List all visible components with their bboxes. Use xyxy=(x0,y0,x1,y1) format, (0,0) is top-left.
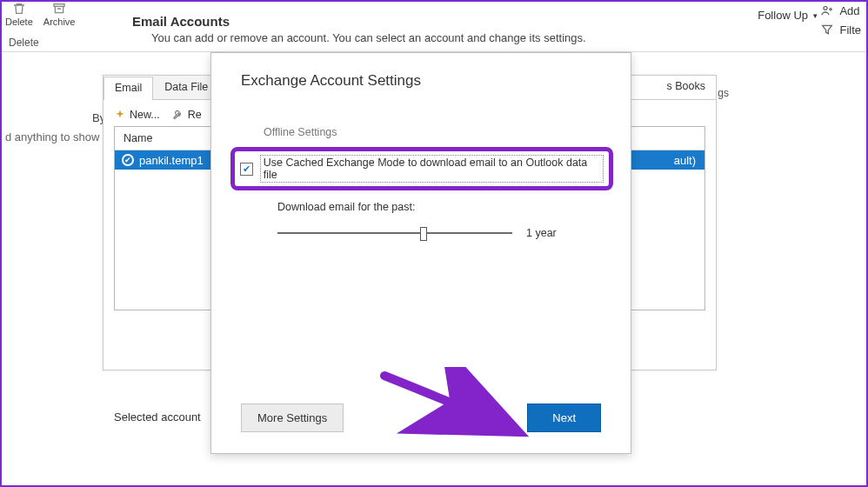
download-past-label: Download email for the past: xyxy=(211,190,631,213)
default-check-icon: ✔ xyxy=(122,154,134,166)
slider-track xyxy=(277,232,512,234)
account-row-right: ault) xyxy=(665,154,704,167)
tags-section-label: gs xyxy=(718,87,729,99)
nothing-to-show-label: d anything to show xyxy=(2,130,99,143)
follow-up-label: Follow Up xyxy=(758,9,808,22)
filter-label: Filte xyxy=(839,23,861,37)
more-settings-button[interactable]: More Settings xyxy=(241,404,344,432)
delete-button[interactable]: Delete xyxy=(5,2,33,27)
svg-point-1 xyxy=(824,6,827,10)
exchange-settings-modal: Exchange Account Settings Offline Settin… xyxy=(210,52,631,454)
page-title: Email Accounts xyxy=(132,14,230,29)
user-add-icon xyxy=(820,3,834,17)
tab-data-files[interactable]: Data File xyxy=(153,76,219,99)
toolbar-repair[interactable]: Re xyxy=(172,109,202,121)
toolbar-new[interactable]: New... xyxy=(114,109,160,121)
chevron-down-icon: ▾ xyxy=(813,11,818,20)
filter-icon xyxy=(820,23,834,37)
ribbon-section-delete: Delete xyxy=(9,37,39,49)
add-button[interactable]: Add xyxy=(820,3,861,17)
archive-button[interactable]: Archive xyxy=(43,2,76,27)
tab-address-books[interactable]: s Books xyxy=(657,76,716,99)
selected-account-label: Selected account xyxy=(114,410,201,424)
ribbon-left-group: Delete Archive xyxy=(5,2,75,27)
ribbon-right-group: Add Follow Up ▾ Filte xyxy=(820,3,861,42)
modal-title: Exchange Account Settings xyxy=(211,53,631,90)
archive-label: Archive xyxy=(43,17,76,27)
archive-icon xyxy=(50,2,69,16)
add-label: Add xyxy=(839,4,859,17)
delete-icon xyxy=(10,2,29,16)
follow-up-button[interactable]: Follow Up ▾ xyxy=(758,9,818,22)
cached-mode-label[interactable]: Use Cached Exchange Mode to download ema… xyxy=(260,155,604,183)
download-slider[interactable] xyxy=(277,227,512,239)
check-icon: ✔ xyxy=(243,164,250,174)
slider-thumb[interactable] xyxy=(420,227,427,241)
toolbar-repair-label: Re xyxy=(188,109,202,121)
modal-footer: More Settings Next xyxy=(241,404,601,432)
account-email: pankil.temp1 xyxy=(139,154,204,167)
next-button[interactable]: Next xyxy=(527,404,601,432)
slider-value-label: 1 year xyxy=(526,227,557,239)
filter-button[interactable]: Filte xyxy=(820,23,861,37)
svg-rect-0 xyxy=(54,4,64,7)
offline-settings-label: Offline Settings xyxy=(211,90,631,138)
download-slider-row: 1 year xyxy=(211,213,631,239)
sparkle-icon xyxy=(114,109,126,121)
tab-email[interactable]: Email xyxy=(103,77,153,100)
wrench-icon xyxy=(172,109,184,121)
cached-mode-highlight: ✔ Use Cached Exchange Mode to download e… xyxy=(230,147,613,190)
delete-label: Delete xyxy=(5,17,33,27)
toolbar-new-label: New... xyxy=(130,109,160,121)
cached-mode-checkbox[interactable]: ✔ xyxy=(240,163,253,176)
page-subtitle: You can add or remove an account. You ca… xyxy=(151,31,586,44)
